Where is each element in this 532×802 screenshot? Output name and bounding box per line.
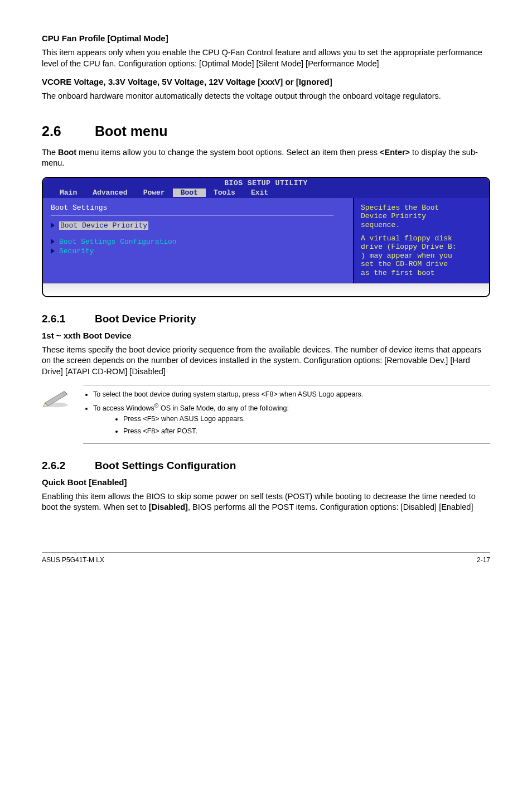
sub261-h: 1st ~ xxth Boot Device [42,331,490,340]
sub262-h: Quick Boot [Enabled] [42,477,490,487]
footer-left: ASUS P5G41T-M LX [42,556,104,564]
bios-tab-power: Power [136,189,173,197]
bios-tab-exit: Exit [243,189,276,197]
section-number: 2.6 [42,123,95,139]
subsection-262: 2.6.2Boot Settings Configuration [42,460,490,472]
bios-row-label: Boot Settings Configuration [59,238,177,246]
footer: ASUS P5G41T-M LX 2-17 [42,552,490,564]
bios-tab-boot: Boot [173,189,206,197]
bios-tab-advanced: Advanced [85,189,135,197]
note-bullet-2a: Press <F5> when ASUS Logo appears. [123,414,490,424]
triangle-icon [51,239,55,244]
sub262-body: Enabling this item allows the BIOS to sk… [42,491,490,513]
cpu-fan-body: This item appears only when you enable t… [42,47,490,69]
bios-fade [43,283,489,296]
note-content: To select the boot device during system … [83,385,490,444]
pencil-note-icon [42,385,71,408]
bios-divider [51,215,333,216]
bios-row-label: Boot Device Priority [59,221,148,230]
subsection-number: 2.6.1 [42,313,95,325]
subsection-261: 2.6.1Boot Device Priority [42,313,490,325]
subsection-title: Boot Settings Configuration [95,460,236,471]
vcore-body: The onboard hardware monitor automatical… [42,91,490,102]
bios-left-pane: Boot Settings Boot Device Priority Boot … [43,198,354,283]
bios-tab-main: Main [52,189,85,197]
subsection-number: 2.6.2 [42,460,95,472]
section-heading-boot-menu: 2.6Boot menu [42,123,490,139]
cpu-fan-title: CPU Fan Profile [Optimal Mode] [42,33,490,43]
note-bullet-1: To select the boot device during system … [93,390,490,399]
subsection-title: Boot Device Priority [95,313,196,325]
bios-left-heading: Boot Settings [51,204,345,212]
bios-tab-tools: Tools [206,189,243,197]
note-bullet-2: To access Windows® OS in Safe Mode, do a… [93,402,490,436]
note-box: To select the boot device during system … [42,385,490,444]
bios-row-label: Security [59,247,94,255]
bios-titlebar: BIOS SETUP UTILITY [43,178,489,189]
bios-row-boot-device-priority: Boot Device Priority [51,221,345,230]
triangle-icon [51,223,55,228]
bios-row-security: Security [51,247,345,255]
footer-right: 2-17 [477,556,490,564]
bios-row-boot-settings-config: Boot Settings Configuration [51,238,345,246]
bios-tabs: Main Advanced Power Boot Tools Exit [43,189,489,198]
sub261-body: These items specify the boot device prio… [42,345,490,378]
vcore-title: VCORE Voltage, 3.3V Voltage, 5V Voltage,… [42,77,490,86]
bios-panel: BIOS SETUP UTILITY Main Advanced Power B… [42,177,490,297]
note-bullet-2b: Press <F8> after POST. [123,427,490,436]
section-title: Boot menu [95,123,168,139]
boot-menu-intro: The Boot menu items allow you to change … [42,147,490,169]
bios-right-pane: Specifies the Boot Device Priority seque… [354,198,489,283]
triangle-icon [51,248,55,254]
